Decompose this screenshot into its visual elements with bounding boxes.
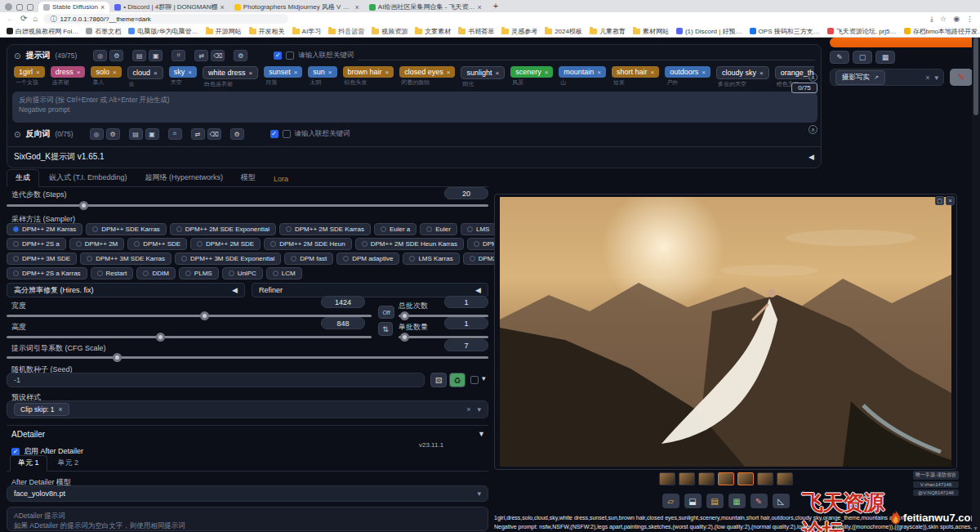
prompt-tag[interactable]: scenery×风景 [510, 66, 553, 88]
send-to-extras-button[interactable]: ◺ [773, 494, 790, 508]
height-slider[interactable] [7, 336, 372, 338]
tag-remove-icon[interactable]: × [328, 69, 332, 76]
gallery-thumbnail[interactable] [679, 472, 695, 485]
tag-pill[interactable]: 1girl× [14, 66, 45, 78]
translate-icon[interactable]: ◎ [90, 128, 104, 140]
tag-pill[interactable]: sun× [308, 66, 336, 78]
prompt-tag[interactable]: cloud×云 [127, 66, 163, 88]
tag-remove-icon[interactable]: × [77, 69, 81, 76]
tag-remove-icon[interactable]: × [702, 69, 706, 76]
bookmark-item[interactable]: (1) Discord | 好预… [676, 27, 742, 36]
layout-icon[interactable]: ▣ [149, 50, 163, 61]
save-zip-button[interactable]: ▤ [706, 494, 724, 508]
scroll-down-icon[interactable]: ▼ [973, 525, 978, 531]
prompt-tag[interactable]: dress×连衣裙 [51, 66, 86, 88]
back-icon[interactable]: ← [7, 15, 15, 23]
sampler-option[interactable]: DPM++ 2M SDE [190, 238, 261, 250]
styles-select[interactable]: Clip skip: 1× × ▾ [7, 400, 488, 418]
gallery-thumbnail[interactable] [718, 472, 734, 485]
generate-button[interactable] [830, 38, 977, 47]
random-seed-button[interactable]: ⚄ [430, 373, 447, 387]
sampler-option[interactable]: DPM++ 2S a [7, 238, 66, 250]
prompt-tag[interactable]: solo×单人 [91, 66, 121, 88]
prompt-tag[interactable]: short hair×短发 [612, 66, 659, 88]
prompt-tag[interactable]: sun×太阳 [308, 66, 336, 88]
grid-icon[interactable]: ▦ [875, 51, 895, 64]
tag-pill[interactable]: sky× [169, 66, 197, 78]
steps-slider[interactable] [7, 204, 488, 207]
tab-close-icon[interactable]: × [220, 3, 225, 11]
browser-tab[interactable]: Photographers Midjourney 风格 V 5… × [229, 2, 364, 12]
swap-icon[interactable]: ⇄ [191, 128, 205, 140]
profile-icon[interactable]: ◉ [953, 15, 960, 24]
collapse-prompt-icon[interactable]: ⊙ [14, 51, 20, 60]
gallery-thumbnail[interactable] [757, 472, 773, 485]
collapse-chevron-icon-2[interactable]: ∧ [808, 125, 817, 134]
settings-icon[interactable]: ⚙ [234, 50, 247, 61]
prompt-tag[interactable]: closed eyes×闭着的眼睛 [399, 66, 455, 88]
tag-pill[interactable]: short hair× [612, 66, 659, 78]
keyword-checkbox[interactable]: ✓ [274, 51, 282, 60]
url-input[interactable]: ⓘ 127.0.0.1:7860/?__theme=dark [43, 14, 288, 24]
adetailer-accordion[interactable]: ADetailer ▼ [11, 430, 485, 439]
hires-fix-accordion[interactable]: 高分辨率修复 (Hires. fix)◀ [7, 283, 245, 297]
steps-value[interactable]: 20 [444, 187, 488, 199]
bookmark-item[interactable]: 白嫖视频教程网 Fol… [7, 27, 78, 36]
sampler-option[interactable]: Euler a [374, 223, 416, 235]
sampler-option[interactable]: DPM++ 2M Karras [7, 223, 82, 235]
pencil-icon[interactable]: ✎ [830, 51, 849, 64]
sampler-option[interactable]: PLMS [179, 267, 219, 279]
bookmark-item[interactable]: 儿童教育 [590, 27, 626, 36]
tag-remove-icon[interactable]: × [495, 69, 499, 77]
bookmark-item[interactable]: 存档bmo本地路径开发… [904, 27, 980, 36]
home-icon[interactable]: ⌂ [33, 15, 38, 23]
bookmark-item[interactable]: AI学习 [292, 27, 322, 36]
sampler-option[interactable]: DPM++ 3M SDE Exponential [175, 253, 281, 265]
tag-pill[interactable]: solo× [91, 66, 121, 78]
gear-icon[interactable]: ⚙ [109, 50, 123, 61]
layout-icon[interactable]: ▣ [145, 128, 159, 140]
prompt-tag[interactable]: brown hair×棕色头发 [343, 66, 394, 88]
width-value[interactable]: 1424 [321, 296, 365, 308]
tag-remove-icon[interactable]: × [113, 69, 117, 76]
keyword-toggle[interactable] [286, 51, 294, 60]
bookmark-item[interactable]: 2024模板 [545, 27, 582, 36]
keyword-input[interactable] [358, 51, 815, 60]
bookmark-item[interactable]: 灵感参考 [501, 27, 537, 36]
tab-extra-2[interactable]: 超网络 (Hypernetworks) [137, 170, 232, 186]
gallery-thumbnail[interactable] [659, 472, 675, 485]
clear-quick-styles-icon[interactable]: × [925, 74, 929, 82]
sampler-option[interactable]: DPM++ 3M SDE Karras [80, 253, 172, 265]
adetailer-prompt-textarea[interactable]: ADetailer 提示词 如果 ADetailer 的提示词为空白文字，则使用… [7, 507, 488, 531]
tag-remove-icon[interactable]: × [294, 69, 298, 76]
tag-remove-icon[interactable]: × [154, 69, 158, 77]
tab-extra-1[interactable]: 嵌入式 (T.I. Embedding) [41, 170, 136, 186]
quick-styles-select[interactable]: 摄影写实 ↗ × ▾ [830, 69, 944, 86]
trash-icon[interactable]: ⌫ [211, 50, 225, 61]
tag-pill[interactable]: closed eyes× [399, 66, 455, 78]
bookmark-item[interactable]: 文案素材 [415, 27, 451, 36]
notebook-icon[interactable]: ▤ [132, 50, 146, 61]
bookmark-item[interactable]: 书籍荟萃 [458, 27, 494, 36]
tag-pill[interactable]: cloud× [127, 66, 163, 79]
close-image-icon[interactable]: × [946, 196, 955, 205]
translate-icon[interactable]: ◎ [93, 50, 107, 61]
tag-remove-icon[interactable]: × [248, 69, 252, 77]
batch-size-slider[interactable] [399, 336, 488, 338]
sampler-option[interactable]: DPM++ 2M [69, 238, 124, 250]
unit-2-tab[interactable]: 单元 2 [51, 456, 87, 471]
tag-pill[interactable]: mountain× [559, 66, 606, 78]
tag-pill[interactable]: cloudy sky× [716, 66, 769, 79]
gear-icon[interactable]: ⚙ [106, 128, 120, 140]
bookmark-item[interactable]: OPS 接码和三方支… [750, 27, 820, 36]
bookmark-item[interactable]: 素材网站 [633, 27, 669, 36]
edit-styles-button[interactable]: ✎ [950, 69, 973, 86]
star-icon[interactable]: ☆ [940, 15, 947, 24]
tag-remove-icon[interactable]: × [760, 69, 764, 77]
prompt-tag[interactable]: mountain×山 [559, 66, 606, 88]
unit-1-tab[interactable]: 单元 1 [10, 455, 47, 472]
tag-remove-icon[interactable]: × [597, 69, 601, 76]
tag-pill[interactable]: white dress× [203, 66, 258, 79]
send-to-img2img-button[interactable]: ▦ [728, 494, 746, 508]
tag-remove-icon[interactable]: × [188, 69, 192, 76]
